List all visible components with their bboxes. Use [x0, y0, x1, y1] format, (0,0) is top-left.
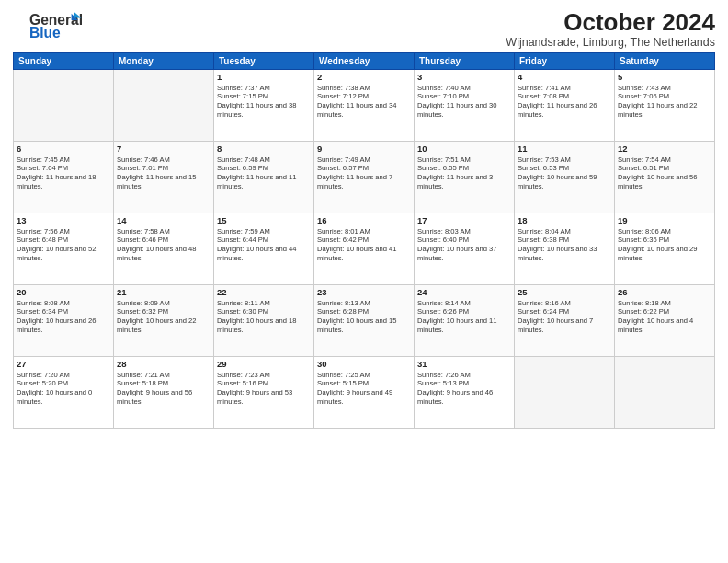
calendar-cell: 15Sunrise: 7:59 AM Sunset: 6:44 PM Dayli… — [214, 213, 314, 284]
day-details: Sunrise: 7:20 AM Sunset: 5:20 PM Dayligh… — [17, 371, 110, 407]
day-details: Sunrise: 8:06 AM Sunset: 6:36 PM Dayligh… — [618, 227, 711, 263]
day-number: 23 — [317, 287, 411, 297]
calendar-cell: 25Sunrise: 8:16 AM Sunset: 6:24 PM Dayli… — [515, 284, 615, 356]
day-details: Sunrise: 7:45 AM Sunset: 7:04 PM Dayligh… — [17, 155, 110, 191]
day-details: Sunrise: 7:26 AM Sunset: 5:13 PM Dayligh… — [417, 371, 511, 407]
day-number: 7 — [117, 144, 210, 154]
calendar-cell: 12Sunrise: 7:54 AM Sunset: 6:51 PM Dayli… — [615, 141, 715, 213]
day-details: Sunrise: 7:41 AM Sunset: 7:08 PM Dayligh… — [518, 84, 611, 120]
weekday-header-saturday: Saturday — [615, 52, 715, 69]
day-number: 31 — [417, 359, 511, 369]
weekday-header-thursday: Thursday — [415, 52, 515, 69]
day-number: 25 — [518, 287, 611, 297]
calendar-cell: 11Sunrise: 7:53 AM Sunset: 6:53 PM Dayli… — [515, 141, 615, 213]
calendar-page: General Blue October 2024 Wijnandsrade, … — [0, 0, 728, 563]
day-details: Sunrise: 8:16 AM Sunset: 6:24 PM Dayligh… — [518, 299, 611, 335]
day-number: 5 — [618, 72, 711, 82]
calendar-cell: 18Sunrise: 8:04 AM Sunset: 6:38 PM Dayli… — [515, 213, 615, 284]
calendar-cell: 31Sunrise: 7:26 AM Sunset: 5:13 PM Dayli… — [415, 356, 515, 428]
week-row-2: 6Sunrise: 7:45 AM Sunset: 7:04 PM Daylig… — [14, 141, 715, 213]
day-details: Sunrise: 7:56 AM Sunset: 6:48 PM Dayligh… — [17, 227, 110, 263]
logo: General Blue — [13, 9, 88, 46]
weekday-header-wednesday: Wednesday — [314, 52, 415, 69]
day-details: Sunrise: 7:59 AM Sunset: 6:44 PM Dayligh… — [217, 227, 311, 263]
calendar-cell: 6Sunrise: 7:45 AM Sunset: 7:04 PM Daylig… — [14, 141, 114, 213]
day-details: Sunrise: 8:18 AM Sunset: 6:22 PM Dayligh… — [618, 299, 711, 335]
day-details: Sunrise: 8:08 AM Sunset: 6:34 PM Dayligh… — [17, 299, 110, 335]
day-number: 22 — [217, 287, 311, 297]
calendar-table: SundayMondayTuesdayWednesdayThursdayFrid… — [13, 52, 715, 429]
day-details: Sunrise: 8:04 AM Sunset: 6:38 PM Dayligh… — [518, 227, 611, 263]
svg-text:Blue: Blue — [29, 25, 61, 40]
day-number: 2 — [317, 72, 411, 82]
day-number: 30 — [317, 359, 411, 369]
header-row: SundayMondayTuesdayWednesdayThursdayFrid… — [14, 52, 715, 69]
calendar-cell: 8Sunrise: 7:48 AM Sunset: 6:59 PM Daylig… — [214, 141, 314, 213]
calendar-cell: 17Sunrise: 8:03 AM Sunset: 6:40 PM Dayli… — [415, 213, 515, 284]
day-details: Sunrise: 8:03 AM Sunset: 6:40 PM Dayligh… — [417, 227, 511, 263]
calendar-cell: 27Sunrise: 7:20 AM Sunset: 5:20 PM Dayli… — [14, 356, 114, 428]
day-details: Sunrise: 8:13 AM Sunset: 6:28 PM Dayligh… — [317, 299, 411, 335]
calendar-cell — [114, 69, 214, 141]
day-details: Sunrise: 7:38 AM Sunset: 7:12 PM Dayligh… — [317, 84, 411, 120]
day-details: Sunrise: 7:23 AM Sunset: 5:16 PM Dayligh… — [217, 371, 311, 407]
day-number: 12 — [618, 144, 711, 154]
day-details: Sunrise: 7:46 AM Sunset: 7:01 PM Dayligh… — [117, 155, 210, 191]
calendar-cell — [14, 69, 114, 141]
day-number: 3 — [417, 72, 511, 82]
calendar-cell: 13Sunrise: 7:56 AM Sunset: 6:48 PM Dayli… — [14, 213, 114, 284]
day-number: 24 — [417, 287, 511, 297]
day-number: 14 — [117, 215, 210, 225]
calendar-cell: 19Sunrise: 8:06 AM Sunset: 6:36 PM Dayli… — [615, 213, 715, 284]
calendar-cell: 7Sunrise: 7:46 AM Sunset: 7:01 PM Daylig… — [114, 141, 214, 213]
weekday-header-friday: Friday — [515, 52, 615, 69]
month-title: October 2024 — [506, 9, 715, 36]
day-details: Sunrise: 7:54 AM Sunset: 6:51 PM Dayligh… — [618, 155, 711, 191]
calendar-cell: 16Sunrise: 8:01 AM Sunset: 6:42 PM Dayli… — [314, 213, 415, 284]
day-details: Sunrise: 8:14 AM Sunset: 6:26 PM Dayligh… — [417, 299, 511, 335]
day-number: 18 — [518, 215, 611, 225]
day-number: 29 — [217, 359, 311, 369]
day-details: Sunrise: 7:37 AM Sunset: 7:15 PM Dayligh… — [217, 84, 311, 120]
day-number: 21 — [117, 287, 210, 297]
day-details: Sunrise: 7:51 AM Sunset: 6:55 PM Dayligh… — [417, 155, 511, 191]
day-number: 4 — [518, 72, 611, 82]
title-area: October 2024 Wijnandsrade, Limburg, The … — [506, 9, 715, 49]
weekday-header-tuesday: Tuesday — [214, 52, 314, 69]
day-number: 16 — [317, 215, 411, 225]
day-details: Sunrise: 7:25 AM Sunset: 5:15 PM Dayligh… — [317, 371, 411, 407]
calendar-cell: 21Sunrise: 8:09 AM Sunset: 6:32 PM Dayli… — [114, 284, 214, 356]
day-number: 20 — [17, 287, 110, 297]
calendar-cell: 23Sunrise: 8:13 AM Sunset: 6:28 PM Dayli… — [314, 284, 415, 356]
day-details: Sunrise: 7:58 AM Sunset: 6:46 PM Dayligh… — [117, 227, 210, 263]
day-number: 10 — [417, 144, 511, 154]
calendar-cell: 28Sunrise: 7:21 AM Sunset: 5:18 PM Dayli… — [114, 356, 214, 428]
calendar-cell: 20Sunrise: 8:08 AM Sunset: 6:34 PM Dayli… — [14, 284, 114, 356]
week-row-3: 13Sunrise: 7:56 AM Sunset: 6:48 PM Dayli… — [14, 213, 715, 284]
calendar-cell: 5Sunrise: 7:43 AM Sunset: 7:06 PM Daylig… — [615, 69, 715, 141]
day-details: Sunrise: 7:40 AM Sunset: 7:10 PM Dayligh… — [417, 84, 511, 120]
calendar-cell: 22Sunrise: 8:11 AM Sunset: 6:30 PM Dayli… — [214, 284, 314, 356]
day-details: Sunrise: 7:53 AM Sunset: 6:53 PM Dayligh… — [518, 155, 611, 191]
day-number: 17 — [417, 215, 511, 225]
logo-icon: General Blue — [15, 9, 88, 42]
day-details: Sunrise: 7:49 AM Sunset: 6:57 PM Dayligh… — [317, 155, 411, 191]
day-number: 1 — [217, 72, 311, 82]
day-details: Sunrise: 7:21 AM Sunset: 5:18 PM Dayligh… — [117, 371, 210, 407]
day-number: 9 — [317, 144, 411, 154]
week-row-4: 20Sunrise: 8:08 AM Sunset: 6:34 PM Dayli… — [14, 284, 715, 356]
calendar-cell: 2Sunrise: 7:38 AM Sunset: 7:12 PM Daylig… — [314, 69, 415, 141]
week-row-5: 27Sunrise: 7:20 AM Sunset: 5:20 PM Dayli… — [14, 356, 715, 428]
calendar-cell: 24Sunrise: 8:14 AM Sunset: 6:26 PM Dayli… — [415, 284, 515, 356]
calendar-cell: 14Sunrise: 7:58 AM Sunset: 6:46 PM Dayli… — [114, 213, 214, 284]
location: Wijnandsrade, Limburg, The Netherlands — [506, 36, 715, 49]
weekday-header-monday: Monday — [114, 52, 214, 69]
calendar-cell — [615, 356, 715, 428]
day-details: Sunrise: 7:48 AM Sunset: 6:59 PM Dayligh… — [217, 155, 311, 191]
week-row-1: 1Sunrise: 7:37 AM Sunset: 7:15 PM Daylig… — [14, 69, 715, 141]
day-number: 27 — [17, 359, 110, 369]
calendar-cell: 3Sunrise: 7:40 AM Sunset: 7:10 PM Daylig… — [415, 69, 515, 141]
day-details: Sunrise: 8:11 AM Sunset: 6:30 PM Dayligh… — [217, 299, 311, 335]
calendar-cell: 1Sunrise: 7:37 AM Sunset: 7:15 PM Daylig… — [214, 69, 314, 141]
calendar-cell: 10Sunrise: 7:51 AM Sunset: 6:55 PM Dayli… — [415, 141, 515, 213]
